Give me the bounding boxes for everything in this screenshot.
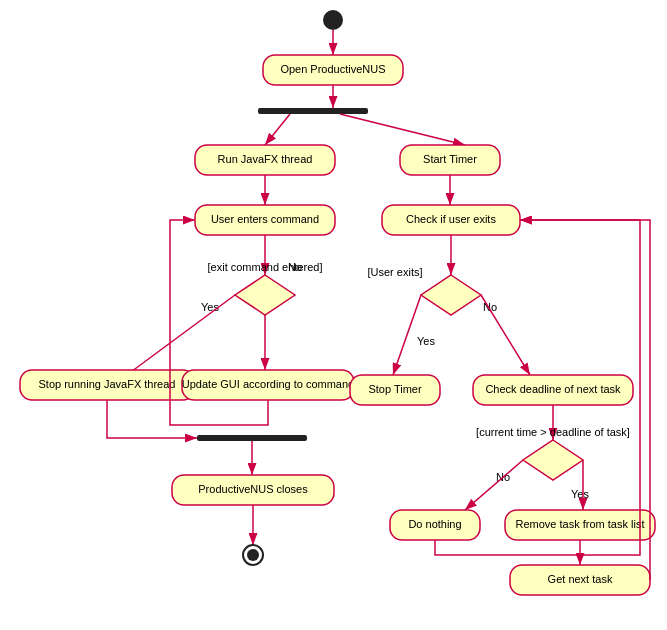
svg-line-14 bbox=[481, 295, 530, 375]
check-user-exits-label: Check if user exits bbox=[406, 213, 496, 225]
deadline-diamond bbox=[523, 440, 583, 480]
get-next-task-label: Get next task bbox=[548, 573, 613, 585]
fork-bar bbox=[258, 108, 368, 114]
do-nothing-label: Do nothing bbox=[408, 518, 461, 530]
end-inner bbox=[247, 549, 259, 561]
svg-line-4 bbox=[340, 114, 465, 145]
user-exits-label: [User exits] bbox=[367, 266, 422, 278]
exit-command-label: [exit command entered] bbox=[208, 261, 323, 273]
join-bar bbox=[197, 435, 307, 441]
stop-timer-label: Stop Timer bbox=[368, 383, 422, 395]
productive-closes-label: ProductiveNUS closes bbox=[198, 483, 308, 495]
user-enters-label: User enters command bbox=[211, 213, 319, 225]
update-gui-label: Update GUI according to command bbox=[182, 378, 354, 390]
remove-task-label: Remove task from task list bbox=[516, 518, 645, 530]
user-exits-diamond bbox=[421, 275, 481, 315]
svg-line-3 bbox=[265, 114, 290, 145]
svg-line-8 bbox=[120, 295, 235, 380]
yes-label-remove-task: Yes bbox=[571, 488, 589, 500]
yes-label-stop-timer: Yes bbox=[417, 335, 435, 347]
current-time-label: [current time > deadline of task] bbox=[476, 426, 630, 438]
no-label-right1: No bbox=[288, 261, 302, 273]
exit-decision-diamond bbox=[235, 275, 295, 315]
start-timer-label: Start Timer bbox=[423, 153, 477, 165]
open-productive-label: Open ProductiveNUS bbox=[280, 63, 385, 75]
stop-javafx-label: Stop running JavaFX thread bbox=[39, 378, 176, 390]
start-node bbox=[323, 10, 343, 30]
svg-line-16 bbox=[465, 460, 523, 510]
run-javafx-label: Run JavaFX thread bbox=[218, 153, 313, 165]
check-deadline-label: Check deadline of next task bbox=[485, 383, 621, 395]
yes-label-left: Yes bbox=[201, 301, 219, 313]
